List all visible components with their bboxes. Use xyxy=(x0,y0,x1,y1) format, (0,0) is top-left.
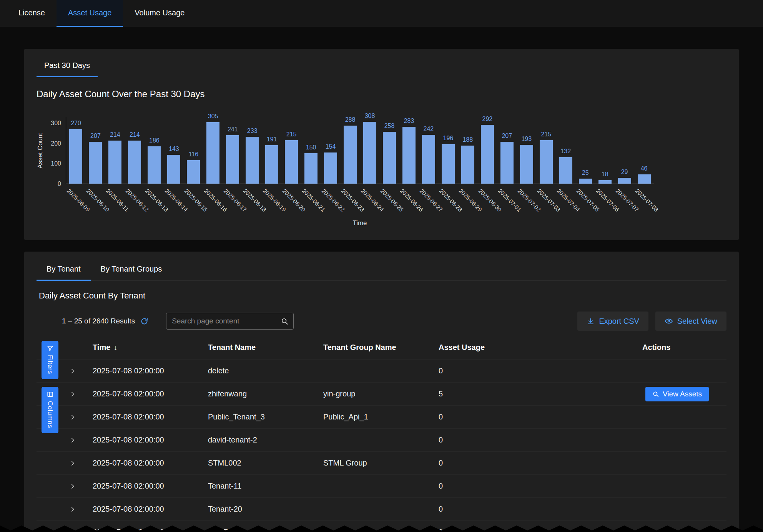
bar-slot: 1862025-06-13 xyxy=(145,117,164,184)
column-label: Tenant Name xyxy=(208,343,256,351)
bar xyxy=(481,125,494,184)
cell-tenant-name: david-tenant-2 xyxy=(208,436,323,444)
bar-value-label: 283 xyxy=(404,118,414,124)
chevron-right-icon xyxy=(70,437,76,443)
bar xyxy=(285,140,298,184)
chart-title: Daily Asset Count Over the Past 30 Days xyxy=(37,89,726,99)
cell-time: 2025-07-08 02:00:00 xyxy=(93,459,208,467)
cell-tenant-name: Tenant-20 xyxy=(208,505,323,514)
bar xyxy=(89,142,102,184)
bar-slot: 1542025-06-22 xyxy=(321,117,341,184)
bar-value-label: 143 xyxy=(169,146,179,152)
select-view-button[interactable]: Select View xyxy=(655,312,726,331)
tab-asset-usage[interactable]: Asset Usage xyxy=(57,0,123,27)
tab-past-30-days[interactable]: Past 30 Days xyxy=(37,58,98,77)
bar xyxy=(500,142,514,184)
bar-value-label: 193 xyxy=(521,136,532,143)
row-expand-chevron[interactable] xyxy=(66,437,93,443)
bar-slot: 3082025-06-24 xyxy=(360,117,380,184)
bar-value-label: 186 xyxy=(149,137,160,144)
bar-value-label: 241 xyxy=(228,126,238,133)
bar-slot: 462025-07-08 xyxy=(634,117,654,184)
refresh-icon xyxy=(140,317,148,325)
cell-time: 2025-07-08 02:00:00 xyxy=(93,366,208,375)
bar-value-label: 308 xyxy=(365,113,375,119)
bar-slot: 292025-07-07 xyxy=(615,117,634,184)
column-label: Asset Usage xyxy=(439,343,485,351)
bar-value-label: 46 xyxy=(641,165,648,172)
bar-slot: 2582025-06-25 xyxy=(380,117,399,184)
chevron-right-icon xyxy=(70,414,76,420)
bar xyxy=(324,152,337,184)
bar xyxy=(108,141,121,184)
row-expand-chevron[interactable] xyxy=(66,460,93,466)
table-row: 2025-07-08 02:00:00Tenant-110 xyxy=(37,474,726,497)
bar xyxy=(187,160,200,184)
bar-value-label: 154 xyxy=(326,143,336,150)
column-header-tenant-name[interactable]: Tenant Name xyxy=(208,343,323,352)
eye-icon xyxy=(665,317,673,325)
bar-value-label: 242 xyxy=(424,126,434,133)
column-header-time[interactable]: Time↓ xyxy=(93,343,208,352)
view-assets-button[interactable]: View Assets xyxy=(645,387,709,401)
cell-tenant-name: delete xyxy=(208,366,323,375)
search-input[interactable] xyxy=(166,317,281,325)
row-expand-chevron[interactable] xyxy=(66,506,93,512)
columns-button[interactable]: Columns xyxy=(42,387,58,433)
cell-asset-usage: 0 xyxy=(439,413,642,421)
refresh-button[interactable] xyxy=(140,317,148,325)
top-tab-bar: LicenseAsset UsageVolume Usage xyxy=(0,0,763,27)
cell-time: 2025-07-08 02:00:00 xyxy=(93,482,208,491)
tab-license[interactable]: License xyxy=(7,0,57,27)
column-label: Actions xyxy=(642,343,670,351)
bar xyxy=(206,122,219,184)
bar-slot: 1882025-06-29 xyxy=(458,117,477,184)
tab-by-tenant[interactable]: By Tenant xyxy=(37,260,91,281)
bar-slot: 1432025-06-14 xyxy=(164,117,184,184)
bar xyxy=(246,137,259,184)
bar-value-label: 150 xyxy=(306,144,316,151)
bar-slot: 2152025-06-20 xyxy=(282,117,301,184)
search-box xyxy=(166,313,294,330)
column-header-actions[interactable]: Actions xyxy=(642,343,726,352)
tab-by-tenant-groups[interactable]: By Tenant Groups xyxy=(91,260,172,281)
cell-time: 2025-07-08 02:00:00 xyxy=(93,505,208,514)
bar-slot: 182025-07-06 xyxy=(595,117,615,184)
table-row: 2025-07-08 02:00:00delete0 xyxy=(37,359,726,382)
bar xyxy=(265,145,278,184)
select-view-label: Select View xyxy=(677,317,717,326)
bar xyxy=(520,145,533,184)
y-axis-label: Asset Count xyxy=(37,133,46,169)
columns-label: Columns xyxy=(46,401,54,428)
search-icon[interactable] xyxy=(281,317,289,325)
bar-value-label: 288 xyxy=(345,116,356,123)
bar-value-label: 116 xyxy=(189,151,199,158)
bar-chart: Asset Count 0100200300 2702025-06-092072… xyxy=(37,117,726,184)
row-expand-chevron[interactable] xyxy=(66,368,93,374)
download-icon xyxy=(587,317,595,325)
bar-slot: 2072025-06-10 xyxy=(86,117,105,184)
filters-button[interactable]: Filters xyxy=(42,341,58,379)
filters-label: Filters xyxy=(46,355,54,374)
chevron-right-icon xyxy=(70,460,76,466)
bar xyxy=(402,127,416,184)
bar-slot: 3052025-06-16 xyxy=(203,117,223,184)
column-header-asset-usage[interactable]: Asset Usage xyxy=(439,343,642,352)
row-expand-chevron[interactable] xyxy=(66,391,93,397)
bar-slot: 2332025-06-18 xyxy=(243,117,262,184)
cell-time: 2025-07-08 02:00:00 xyxy=(93,389,208,398)
cell-asset-usage: 0 xyxy=(439,366,642,375)
search-icon xyxy=(652,391,659,398)
bar-slot: 1322025-07-04 xyxy=(556,117,575,184)
column-header-tenant-group-name[interactable]: Tenant Group Name xyxy=(323,343,439,352)
tab-volume-usage[interactable]: Volume Usage xyxy=(123,0,196,27)
bar xyxy=(638,174,651,184)
export-csv-button[interactable]: Export CSV xyxy=(577,312,648,331)
bar-slot: 1162025-06-15 xyxy=(184,117,203,184)
cell-time: 2025-07-08 02:00:00 xyxy=(93,436,208,444)
bar xyxy=(383,132,396,184)
row-expand-chevron[interactable] xyxy=(66,483,93,489)
bar-value-label: 196 xyxy=(443,135,454,142)
row-expand-chevron[interactable] xyxy=(66,414,93,420)
y-axis-ticks: 0100200300 xyxy=(46,117,66,184)
